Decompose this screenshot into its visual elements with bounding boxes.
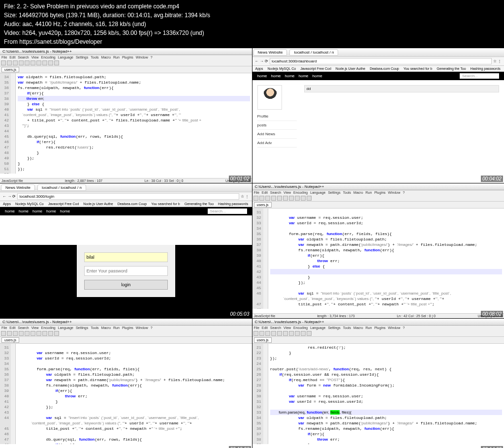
timestamp: 00:01:02 <box>229 176 251 182</box>
code-editor[interactable]: 3132333435363738394041424344454647484950… <box>0 344 252 444</box>
status-bar: JavaScript filelength : 3,734 lines : 17… <box>252 313 504 318</box>
add-news-link[interactable]: Add News <box>257 130 297 139</box>
profile-link[interactable]: Profile <box>257 112 297 121</box>
toolbar[interactable] <box>0 60 252 66</box>
toolbar[interactable] <box>252 330 504 337</box>
password-input[interactable] <box>84 266 168 276</box>
address-bar[interactable]: ← → ⟳ ☆ ⋮ <box>252 57 504 66</box>
toolbar[interactable] <box>252 195 504 202</box>
username-input[interactable] <box>84 252 168 262</box>
window-title: C:\Users\...\routes\users.js - Notepad++ <box>252 183 504 190</box>
menu-bar[interactable]: FileEditSearchViewEncodingLanguageSettin… <box>252 190 504 195</box>
menu-bar[interactable]: FileEditSearchViewEncodingLanguageSettin… <box>252 326 504 330</box>
menu-bar[interactable]: FileEditSearchViewEncodingLanguageSettin… <box>0 326 252 330</box>
file-info-header: File: 2. 2- Solve Problem in preivuos vi… <box>0 0 504 48</box>
window-title: C:\Users\...\routes\users.js - Notepad++ <box>0 48 252 55</box>
code-editor[interactable]: 3132333435363738394041424344454647484950… <box>252 209 504 309</box>
timestamp: 00:14:02 <box>481 446 503 448</box>
avatar <box>257 85 282 110</box>
status-bar: JavaScript filelength : 2,887 lines : 10… <box>0 178 252 183</box>
login-form: login <box>77 245 175 297</box>
window-title: C:\Users\...\routes\users.js - Notepad++ <box>0 319 252 326</box>
pane-3-browser-login: News Websitelocalhost / localhost / n ← … <box>0 183 252 318</box>
title-input[interactable] <box>304 85 500 92</box>
timestamp: 00:04:02 <box>481 176 503 182</box>
toolbar[interactable] <box>0 330 252 337</box>
timestamp: 00:10:03 <box>229 446 251 448</box>
menu-bar[interactable]: FileEditSearchViewEncodingLanguageSettin… <box>0 55 252 60</box>
url-input[interactable] <box>270 58 492 64</box>
add-adv-link[interactable]: Add Adv <box>257 139 297 148</box>
bookmarks-bar[interactable]: AppsNodejs MySQL CoJavascript Free CodNo… <box>0 201 252 207</box>
site-nav[interactable]: homehomehomehomehomeSearch... <box>252 72 504 80</box>
file-tab[interactable]: users.js <box>252 202 504 209</box>
file-tab[interactable]: users.js <box>252 337 504 344</box>
pane-1-notepad: C:\Users\...\routes\users.js - Notepad++… <box>0 48 252 183</box>
bookmarks-bar[interactable]: AppsNodejs MySQL CoJavascript Free CodNo… <box>252 66 504 72</box>
window-title: C:\Users\...\routes\users.js - Notepad++ <box>252 319 504 326</box>
posts-link[interactable]: posts <box>257 121 297 130</box>
timestamp: 00:08:02 <box>481 311 503 317</box>
browser-tabs[interactable]: News Websitelocalhost / localhost / n <box>252 48 504 57</box>
address-bar[interactable]: ← → ⟳ ☆ ⋮ <box>0 192 252 201</box>
pane-4-notepad: C:\Users\...\routes\users.js - Notepad++… <box>252 183 504 318</box>
search-input[interactable]: Search... <box>208 209 247 214</box>
pane-5-notepad: C:\Users\...\routes\users.js - Notepad++… <box>0 319 252 448</box>
browser-tabs[interactable]: News Websitelocalhost / localhost / n <box>0 183 252 192</box>
url-input[interactable] <box>17 193 239 200</box>
file-tab[interactable]: users.js <box>0 66 252 73</box>
login-button[interactable]: login <box>84 280 168 290</box>
code-editor[interactable]: 2122232425262728293031323334353637383940… <box>252 344 504 444</box>
timestamp: 00:05:03 <box>229 311 251 317</box>
code-editor[interactable]: 3435363738394041424344454647484950515253… <box>0 73 252 174</box>
site-nav[interactable]: homehomehomehomehomeSearch... <box>0 207 252 215</box>
file-tab[interactable]: users.js <box>0 337 252 344</box>
pane-6-notepad: C:\Users\...\routes\users.js - Notepad++… <box>252 319 504 448</box>
source-url: https://sanet.st/blogs/Developer <box>19 38 102 45</box>
pane-2-browser-dashboard: News Websitelocalhost / localhost / n ← … <box>252 48 504 183</box>
file-name: 2. 2- Solve Problem in preivuos viedo an… <box>17 3 179 10</box>
search-input[interactable]: Search... <box>460 73 499 79</box>
sidebar: Profile posts Add News Add Adv <box>257 85 297 148</box>
